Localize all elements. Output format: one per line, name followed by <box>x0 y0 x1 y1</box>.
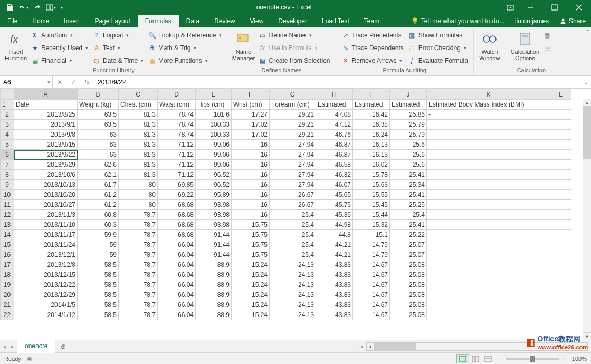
cell[interactable]: 43.83 <box>316 310 353 320</box>
cell[interactable]: 78.7 <box>119 220 158 230</box>
cell[interactable] <box>427 150 550 160</box>
cell[interactable]: 27.94 <box>270 170 316 180</box>
cell[interactable]: 15.75 <box>232 250 270 260</box>
cell[interactable]: - <box>427 110 550 120</box>
cell[interactable]: 46.87 <box>316 150 353 160</box>
error-checking-button[interactable]: ⚠Error Checking▾ <box>406 42 470 54</box>
cell[interactable]: 25.4 <box>390 210 427 220</box>
cell[interactable] <box>550 250 571 260</box>
cell[interactable]: 93.98 <box>196 200 232 210</box>
cell[interactable]: 91.44 <box>196 250 232 260</box>
cell[interactable]: 29.21 <box>270 110 316 120</box>
cell[interactable] <box>427 260 550 270</box>
cell[interactable]: 15.24 <box>232 280 270 290</box>
cell[interactable]: 71.12 <box>158 150 196 160</box>
cell[interactable]: 63 <box>78 130 119 140</box>
cell[interactable]: 78.7 <box>119 240 158 250</box>
cell[interactable]: 43.83 <box>316 270 353 280</box>
cell[interactable]: 27.94 <box>270 180 316 190</box>
cell[interactable]: 16 <box>232 200 270 210</box>
user-name[interactable]: linton james <box>510 15 554 27</box>
qat-customize-button[interactable]: ▾ <box>58 2 65 13</box>
cell[interactable]: 101.6 <box>196 110 232 120</box>
maximize-button[interactable] <box>542 0 567 15</box>
cell[interactable]: 88.9 <box>196 290 232 300</box>
cell[interactable]: 59 <box>78 250 119 260</box>
cell[interactable]: 58.5 <box>78 300 119 310</box>
cell[interactable] <box>427 130 550 140</box>
cell[interactable]: 95.89 <box>196 190 232 200</box>
cell[interactable]: 100.33 <box>196 130 232 140</box>
cell[interactable]: 88.9 <box>196 300 232 310</box>
tell-me-search[interactable]: 💡Tell me what you want to do... <box>406 15 510 27</box>
cell[interactable] <box>427 310 550 320</box>
col-header-I[interactable]: I <box>353 89 390 100</box>
cell[interactable]: 88.9 <box>196 270 232 280</box>
cell[interactable]: 69.22 <box>158 190 196 200</box>
cell[interactable]: 2013/10/13 <box>14 180 78 190</box>
cell[interactable]: 2013/12/15 <box>14 270 78 280</box>
cell[interactable]: 44.98 <box>316 220 353 230</box>
cell[interactable]: 16.02 <box>353 160 390 170</box>
cell[interactable]: 66.04 <box>158 270 196 280</box>
cell[interactable] <box>427 250 550 260</box>
cell[interactable]: 15.24 <box>232 300 270 310</box>
cell[interactable]: 17.27 <box>232 110 270 120</box>
cell[interactable] <box>427 210 550 220</box>
cell[interactable]: 99.06 <box>196 160 232 170</box>
cell[interactable]: 26.67 <box>270 200 316 210</box>
cell[interactable]: 43.83 <box>316 280 353 290</box>
page-break-view-button[interactable] <box>482 354 494 363</box>
zoom-out-button[interactable]: − <box>500 356 503 362</box>
cell[interactable]: 25.4 <box>270 250 316 260</box>
cell[interactable] <box>427 290 550 300</box>
zoom-level[interactable]: 100% <box>572 356 587 362</box>
cell[interactable]: 25.4 <box>270 240 316 250</box>
zoom-slider[interactable] <box>506 358 559 360</box>
cell[interactable]: 25.4 <box>270 230 316 240</box>
cell[interactable]: 15.24 <box>232 260 270 270</box>
cell[interactable]: 66.04 <box>158 290 196 300</box>
cell[interactable]: 2013/9/1 <box>14 120 78 130</box>
cell[interactable]: 25.08 <box>390 310 427 320</box>
cell[interactable]: 58.5 <box>78 270 119 280</box>
financial-button[interactable]: ▤Financial▾ <box>28 55 90 66</box>
cell[interactable]: Estimated <box>353 100 390 110</box>
col-header-K[interactable]: K <box>427 89 550 100</box>
undo-button[interactable]: ▾ <box>17 2 30 13</box>
tab-review[interactable]: Review <box>207 15 242 27</box>
cell[interactable]: 68.68 <box>158 230 196 240</box>
cell[interactable] <box>427 200 550 210</box>
tab-load-test[interactable]: Load Test <box>314 15 357 27</box>
cell[interactable]: 2014/1/12 <box>14 310 78 320</box>
cell[interactable]: 16 <box>232 160 270 170</box>
cell[interactable]: 14.67 <box>353 280 390 290</box>
cell[interactable] <box>550 210 571 220</box>
cell[interactable]: 2013/9/8 <box>14 130 78 140</box>
cell[interactable]: 2013/12/29 <box>14 290 78 300</box>
cell[interactable]: Estimated <box>316 100 353 110</box>
trace-precedents-button[interactable]: ↗Trace Precedents <box>339 30 406 41</box>
col-header-L[interactable]: L <box>550 89 571 100</box>
cell[interactable]: Hips (cm) <box>196 100 232 110</box>
cell[interactable]: Weight (kg) <box>78 100 119 110</box>
name-manager-button[interactable]: Name Manager <box>231 28 256 67</box>
cell[interactable]: 69.85 <box>158 180 196 190</box>
cell[interactable]: 25.25 <box>390 200 427 210</box>
cell[interactable]: 46.58 <box>316 160 353 170</box>
zoom-in-button[interactable]: + <box>562 356 565 362</box>
cell[interactable]: 80 <box>119 180 158 190</box>
col-header-B[interactable]: B <box>78 89 119 100</box>
cell[interactable]: 2013/11/10 <box>14 220 78 230</box>
cell[interactable]: 2013/10/6 <box>14 170 78 180</box>
cell[interactable]: 17.02 <box>232 130 270 140</box>
cell[interactable]: 14.79 <box>353 250 390 260</box>
cell[interactable]: 15.1 <box>353 230 390 240</box>
cell[interactable]: 14.67 <box>353 310 390 320</box>
cell[interactable]: 24.13 <box>270 280 316 290</box>
col-header-H[interactable]: H <box>316 89 353 100</box>
zoom-control[interactable]: − + 100% <box>500 356 587 362</box>
insert-function-button[interactable]: fx Insert Function <box>3 28 28 67</box>
cell[interactable]: 68.68 <box>158 220 196 230</box>
row-header-18[interactable]: 18 <box>1 270 14 280</box>
